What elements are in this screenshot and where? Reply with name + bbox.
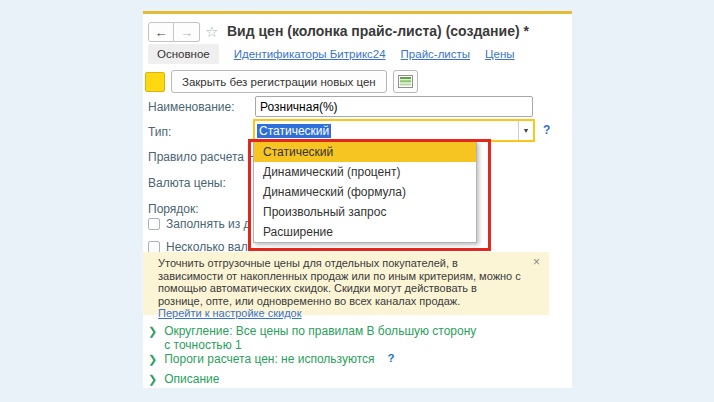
favorite-star-icon[interactable]: ☆ — [205, 23, 218, 41]
dropdown-item-dynamic-percent[interactable]: Динамический (процент) — [254, 162, 476, 182]
save-and-close-icon-button[interactable] — [145, 72, 165, 92]
back-button[interactable]: ← — [148, 22, 174, 42]
type-combobox-value-area[interactable]: Статический — [255, 121, 518, 140]
section-description[interactable]: ❯ Описание — [148, 372, 219, 386]
type-dropdown-arrow[interactable]: ▼ — [518, 121, 533, 140]
order-label: Порядок: — [148, 202, 199, 216]
tab-main[interactable]: Основное — [148, 44, 219, 64]
name-input[interactable] — [255, 96, 533, 117]
description-section-label: Описание — [164, 372, 219, 386]
tab-prices[interactable]: Цены — [485, 48, 515, 60]
forward-button[interactable]: → — [174, 22, 200, 42]
banner-close-icon[interactable]: × — [533, 256, 540, 268]
discounts-info-banner: Уточнить отгрузочные цены для отдельных … — [143, 252, 549, 315]
chevron-right-icon: ❯ — [148, 372, 157, 386]
rounding-section-label: Округление: Все цены по правилам В больш… — [164, 324, 482, 352]
chevron-right-icon: ❯ — [148, 352, 157, 366]
discount-settings-link[interactable]: Перейти к настройке скидок — [158, 307, 302, 319]
dropdown-item-static[interactable]: Статический — [254, 142, 476, 162]
currency-label: Валюта цены: — [148, 176, 226, 190]
fill-from-docs-checkbox[interactable] — [148, 218, 160, 230]
chevron-right-icon: ❯ — [148, 324, 157, 352]
section-rounding[interactable]: ❯ Округление: Все цены по правилам В бол… — [148, 324, 482, 352]
nav-button-group: ← → — [148, 22, 200, 42]
section-price-thresholds[interactable]: ❯ Пороги расчета цен: не используются ? — [148, 352, 395, 366]
page-title: Вид цен (колонка прайс-листа) (создание)… — [227, 23, 529, 39]
type-help-icon[interactable]: ? — [543, 123, 550, 137]
price-list-report-button[interactable] — [393, 70, 418, 93]
close-without-register-button[interactable]: Закрыть без регистрации новых цен — [171, 70, 387, 93]
tab-price-lists[interactable]: Прайс-листы — [401, 48, 470, 60]
price-type-form-window: ← → ☆ Вид цен (колонка прайс-листа) (соз… — [143, 11, 572, 388]
fill-from-docs-checkbox-row: Заполнять из докум — [148, 217, 251, 231]
dropdown-item-custom-query[interactable]: Произвольный запрос — [254, 202, 476, 222]
toolbar: Закрыть без регистрации новых цен — [145, 70, 418, 93]
type-dropdown-list: Статический Динамический (процент) Динам… — [253, 141, 477, 243]
type-selected-text: Статический — [257, 124, 331, 138]
price-table-icon — [398, 75, 413, 88]
tab-bar: Основное Идентификаторы Битрикс24 Прайс-… — [148, 44, 515, 64]
banner-text: Уточнить отгрузочные цены для отдельных … — [158, 257, 521, 307]
type-field-label: Тип: — [148, 125, 171, 139]
dropdown-item-extension[interactable]: Расширение — [254, 222, 476, 242]
thresholds-help-icon[interactable]: ? — [388, 352, 395, 366]
dropdown-item-dynamic-formula[interactable]: Динамический (формула) — [254, 182, 476, 202]
tab-bitrix24-identifiers[interactable]: Идентификаторы Битрикс24 — [234, 48, 386, 60]
thresholds-section-label: Пороги расчета цен: не используются — [164, 352, 374, 366]
type-combobox[interactable]: Статический ▼ — [253, 119, 535, 142]
fill-from-docs-label: Заполнять из докум — [166, 217, 251, 231]
name-field-label: Наименование: — [148, 100, 235, 114]
